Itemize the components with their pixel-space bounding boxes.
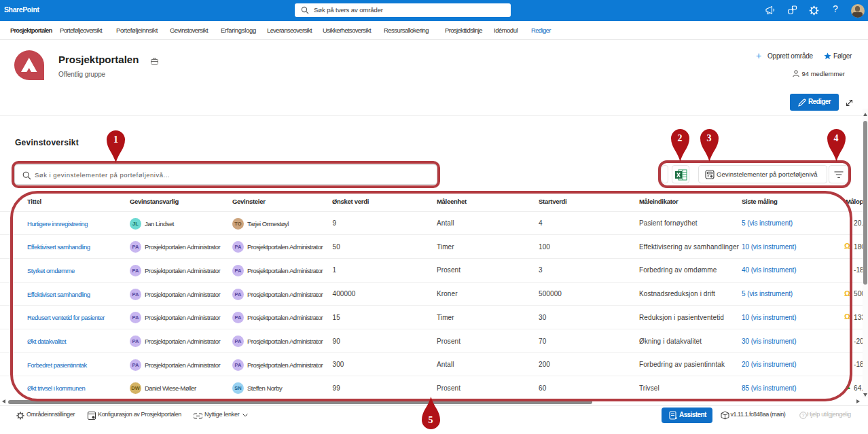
- svg-text:?: ?: [801, 413, 804, 418]
